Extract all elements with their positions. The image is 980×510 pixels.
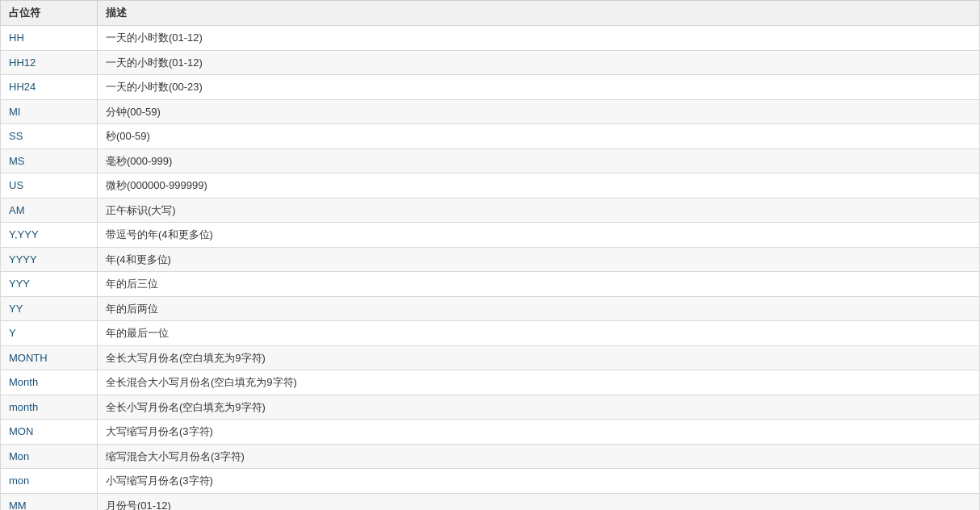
cell-description: 大写缩写月份名(3字符) [98,420,980,445]
cell-placeholder: YY [1,296,98,321]
reference-table: 占位符 描述 HH一天的小时数(01-12)HH12一天的小时数(01-12)H… [0,0,980,510]
cell-description: 全长混合大小写月份名(空白填充为9字符) [98,370,980,395]
cell-description: 全长小写月份名(空白填充为9字符) [98,395,980,420]
table-row: Mon缩写混合大小写月份名(3字符) [1,444,980,469]
cell-placeholder: HH12 [1,50,98,75]
cell-description: 年的后三位 [98,272,980,297]
cell-description: 带逗号的年(4和更多位) [98,223,980,248]
cell-placeholder: US [1,173,98,199]
cell-description: 缩写混合大小写月份名(3字符) [98,444,980,469]
cell-placeholder: month [1,395,98,420]
table-row: Y年的最后一位 [1,321,980,346]
header-description: 描述 [98,1,980,26]
table-row: Y,YYY带逗号的年(4和更多位) [1,223,980,248]
cell-placeholder: MONTH [1,345,98,370]
header-placeholder: 占位符 [1,1,98,26]
cell-description: 微秒(000000-999999) [98,173,980,199]
cell-description: 全长大写月份名(空白填充为9字符) [98,345,980,370]
table-row: mon小写缩写月份名(3字符) [1,469,980,494]
table-row: HH一天的小时数(01-12) [1,26,980,51]
cell-placeholder: AM [1,198,98,223]
cell-placeholder: mon [1,469,98,494]
cell-placeholder: HH24 [1,75,98,100]
cell-description: 月份号(01-12) [98,493,980,510]
table-row: month全长小写月份名(空白填充为9字符) [1,395,980,420]
table-row: MON大写缩写月份名(3字符) [1,420,980,445]
table-row: YYY年的后三位 [1,272,980,297]
table-row: HH12一天的小时数(01-12) [1,50,980,75]
table-row: SS秒(00-59) [1,124,980,149]
cell-description: 秒(00-59) [98,124,980,149]
cell-placeholder: HH [1,26,98,51]
cell-placeholder: Y,YYY [1,223,98,248]
table-row: MONTH全长大写月份名(空白填充为9字符) [1,345,980,370]
cell-placeholder: Month [1,370,98,395]
cell-placeholder: MM [1,493,98,510]
table-row: MM月份号(01-12) [1,493,980,510]
cell-placeholder: YYYY [1,247,98,272]
table-row: YY年的后两位 [1,296,980,321]
cell-description: 年的最后一位 [98,321,980,346]
cell-placeholder: MON [1,420,98,445]
main-container: 占位符 描述 HH一天的小时数(01-12)HH12一天的小时数(01-12)H… [0,0,980,510]
cell-placeholder: MI [1,99,98,124]
cell-description: 毫秒(000-999) [98,148,980,173]
table-row: YYYY年(4和更多位) [1,247,980,272]
table-row: Month全长混合大小写月份名(空白填充为9字符) [1,370,980,395]
table-row: MS毫秒(000-999) [1,148,980,173]
cell-placeholder: Mon [1,444,98,469]
table-row: US微秒(000000-999999) [1,173,980,199]
cell-description: 年的后两位 [98,296,980,321]
cell-description: 正午标识(大写) [98,198,980,223]
cell-description: 小写缩写月份名(3字符) [98,469,980,494]
table-row: MI分钟(00-59) [1,99,980,124]
cell-description: 分钟(00-59) [98,99,980,124]
cell-description: 一天的小时数(01-12) [98,50,980,75]
cell-placeholder: YYY [1,272,98,297]
cell-placeholder: SS [1,124,98,149]
table-row: AM正午标识(大写) [1,198,980,223]
table-row: HH24一天的小时数(00-23) [1,75,980,100]
cell-description: 一天的小时数(00-23) [98,75,980,100]
cell-description: 年(4和更多位) [98,247,980,272]
cell-description: 一天的小时数(01-12) [98,26,980,51]
cell-placeholder: Y [1,321,98,346]
cell-placeholder: MS [1,148,98,173]
table-header-row: 占位符 描述 [1,1,980,26]
